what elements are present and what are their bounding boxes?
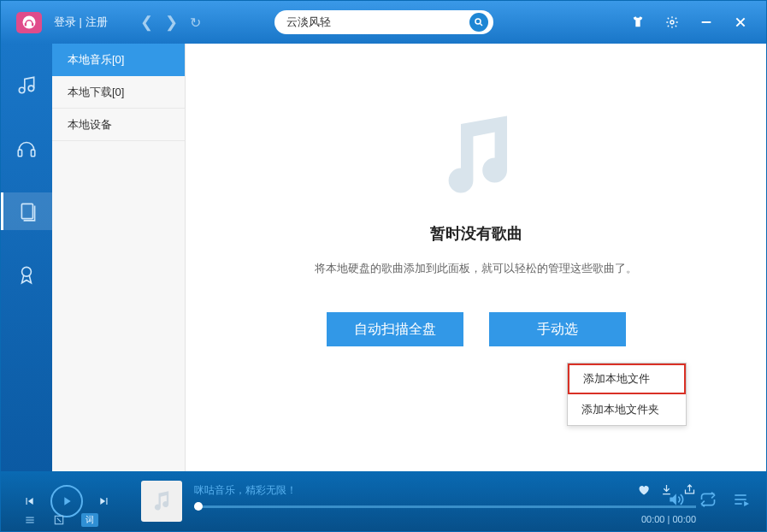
svg-point-0 [23,16,36,29]
heart-icon [637,483,650,496]
login-link[interactable]: 登录 [54,15,76,28]
svg-point-9 [19,87,24,93]
svg-rect-12 [31,150,34,157]
search-input[interactable] [286,16,469,29]
play-icon [60,494,74,508]
sidebar-item-local-music[interactable]: 本地音乐[0] [52,44,185,76]
close-button[interactable] [734,15,747,29]
sidebar-item-local-download[interactable]: 本地下载[0] [52,76,185,109]
svg-line-4 [480,24,482,27]
action-buttons: 自动扫描全盘 手动选 [327,312,626,346]
next-icon [98,495,110,507]
sidebar-item-label: 本地音乐[0] [68,52,124,68]
volume-button[interactable] [667,491,684,511]
menu-add-file[interactable]: 添加本地文件 [568,364,686,394]
svg-point-5 [670,21,674,24]
vnav-music[interactable] [1,66,52,103]
mini-controls: 词 [23,513,98,527]
register-link[interactable]: 注册 [86,15,108,28]
sidebar-item-label: 本地下载[0] [68,85,124,100]
auth-divider: | [76,15,86,28]
svg-point-14 [22,267,32,276]
now-playing-text: 咪咕音乐，精彩无限！ [194,483,297,498]
vertical-nav [1,44,52,471]
favorite-button[interactable] [637,483,650,499]
music-note-large-icon [425,103,528,206]
sidebar-item-local-device[interactable]: 本地设备 [52,109,185,141]
volume-icon [667,491,684,508]
screen-icon [53,514,65,526]
empty-description: 将本地硬盘的歌曲添加到此面板，就可以轻松的管理这些歌曲了。 [315,261,637,276]
svg-rect-13 [21,204,32,218]
player-bar: 词 咪咕音乐，精彩无限！ 00:00 | 00:00 [1,471,766,531]
screen-mini-button[interactable] [52,513,66,527]
nav-arrows: ❮ ❯ ↻ [140,13,201,32]
search-box [274,10,493,34]
progress-handle[interactable] [194,502,203,511]
gear-icon [665,15,679,29]
main-panel: 暂时没有歌曲 将本地硬盘的歌曲添加到此面板，就可以轻松的管理这些歌曲了。 自动扫… [186,44,766,471]
sidebar-item-label: 本地设备 [68,117,112,133]
shirt-icon [631,15,645,29]
loop-icon [699,491,717,508]
time-display: 00:00 | 00:00 [641,514,696,524]
nav-refresh-button[interactable]: ↻ [190,15,201,31]
menu-add-folder[interactable]: 添加本地文件夹 [568,394,686,425]
nav-forward-button[interactable]: ❯ [165,13,178,32]
music-note-small-icon [150,489,174,513]
window-controls [631,15,766,29]
body: 本地音乐[0] 本地下载[0] 本地设备 暂时没有歌曲 将本地硬盘的歌曲添加到此… [1,44,766,471]
vnav-award[interactable] [1,256,52,293]
vnav-library[interactable] [1,192,52,230]
queue-icon [732,491,749,508]
search-icon [474,17,484,27]
lyric-button[interactable]: 词 [81,513,98,527]
award-icon [15,263,38,286]
music-note-icon [15,74,38,96]
left-list: 本地音乐[0] 本地下载[0] 本地设备 [52,44,186,471]
prev-icon [23,495,35,507]
nav-back-button[interactable]: ❮ [140,13,153,32]
close-icon [734,15,747,29]
loop-button[interactable] [699,491,717,511]
next-button[interactable] [98,495,110,507]
album-art [141,481,182,522]
empty-title: 暂时没有歌曲 [430,223,522,244]
menu-item-label: 添加本地文件 [583,371,650,387]
empty-state-icon [425,103,528,206]
svg-rect-1 [25,23,27,27]
vnav-listen[interactable] [1,129,52,167]
auth-links: 登录 | 注册 [54,15,108,30]
queue-button[interactable] [732,491,749,511]
prev-button[interactable] [23,495,35,507]
app-logo [16,12,42,33]
headphone-icon [15,137,38,159]
inner-content: 本地音乐[0] 本地下载[0] 本地设备 暂时没有歌曲 将本地硬盘的歌曲添加到此… [52,44,766,471]
playlist-mini-button[interactable] [23,513,37,527]
search-button[interactable] [469,13,488,32]
manual-select-button[interactable]: 手动选 [489,312,626,346]
list-icon [24,514,36,526]
lyric-label: 词 [86,514,94,526]
manual-select-menu: 添加本地文件 添加本地文件夹 [567,363,687,426]
skin-button[interactable] [631,15,645,29]
svg-point-10 [28,86,33,92]
top-bar: 登录 | 注册 ❮ ❯ ↻ [1,1,766,44]
time-total: 00:00 [672,514,696,524]
svg-rect-11 [18,150,21,157]
svg-rect-2 [32,23,33,27]
time-current: 00:00 [641,514,665,524]
auto-scan-button[interactable]: 自动扫描全盘 [327,312,463,346]
svg-point-3 [475,19,481,24]
progress-bar[interactable] [194,505,696,508]
minimize-button[interactable] [699,15,713,29]
minimize-icon [699,15,713,29]
settings-button[interactable] [665,15,679,29]
library-icon [17,200,39,222]
menu-item-label: 添加本地文件夹 [581,402,659,417]
headphone-logo-icon [21,15,37,30]
right-player-controls [667,491,749,511]
app-window: 登录 | 注册 ❮ ❯ ↻ 本地音乐 [0,0,767,532]
